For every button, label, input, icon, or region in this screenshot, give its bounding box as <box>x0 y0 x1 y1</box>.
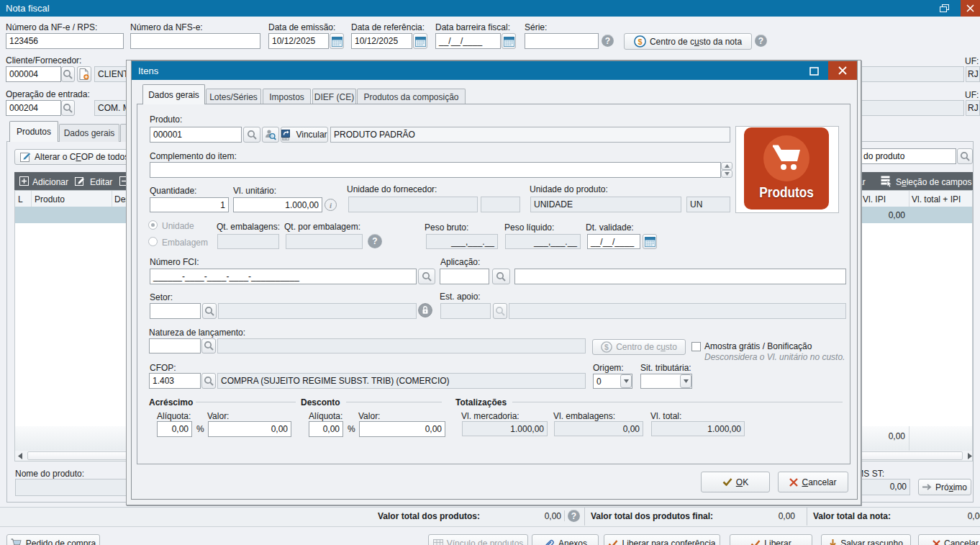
svg-text:$: $ <box>604 343 609 351</box>
svg-text:$: $ <box>638 37 642 46</box>
